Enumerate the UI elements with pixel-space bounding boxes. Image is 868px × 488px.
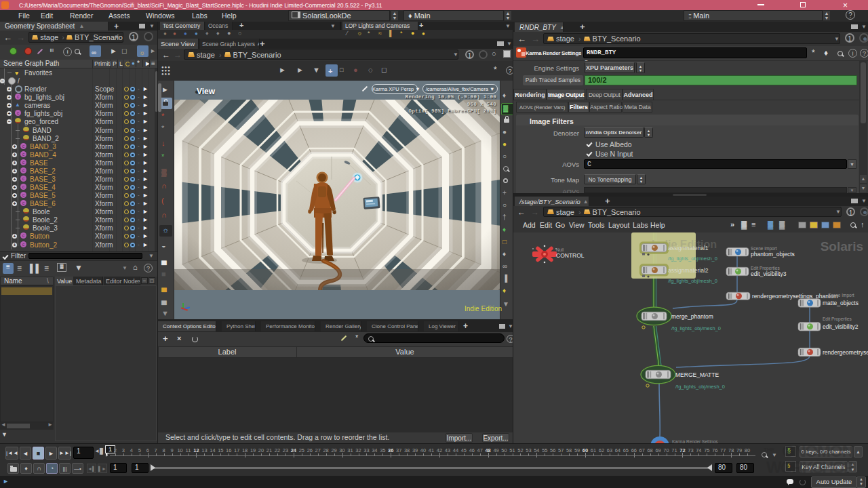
svg-text:CONTROL: CONTROL — [556, 252, 585, 259]
svg-text:/fg_lights_obj/mesh_0: /fg_lights_obj/mesh_0 — [671, 325, 721, 331]
svg-text:edit_visibility2: edit_visibility2 — [823, 323, 859, 330]
svg-text:rendergeometrysetti: rendergeometrysetti — [823, 349, 868, 356]
svg-text:Null: Null — [556, 247, 564, 252]
svg-text:/fg_lights_obj/mesh_0: /fg_lights_obj/mesh_0 — [675, 384, 725, 390]
svg-text:MERGE_MATTE: MERGE_MATTE — [675, 371, 719, 378]
svg-text:matte_objects: matte_objects — [823, 300, 859, 306]
svg-text:Scene Import: Scene Import — [828, 293, 854, 298]
svg-text:/fg_lights_obj/mesh_0: /fg_lights_obj/mesh_0 — [668, 256, 717, 262]
svg-text:merge_phantom: merge_phantom — [671, 313, 713, 320]
svg-text:assignmaterial2: assignmaterial2 — [668, 267, 709, 274]
svg-text:Solaris: Solaris — [821, 239, 863, 253]
svg-text:rendergeometrysettings_phantom: rendergeometrysettings_phantom — [752, 293, 838, 300]
svg-text:assignmaterial1: assignmaterial1 — [668, 245, 709, 251]
svg-text:/fg_lights_obj/mesh_0: /fg_lights_obj/mesh_0 — [668, 278, 717, 284]
svg-text:edit_visibility3: edit_visibility3 — [751, 270, 787, 277]
svg-text:phantom_objects: phantom_objects — [751, 251, 795, 258]
svg-text:Edit Properties: Edit Properties — [823, 317, 852, 322]
